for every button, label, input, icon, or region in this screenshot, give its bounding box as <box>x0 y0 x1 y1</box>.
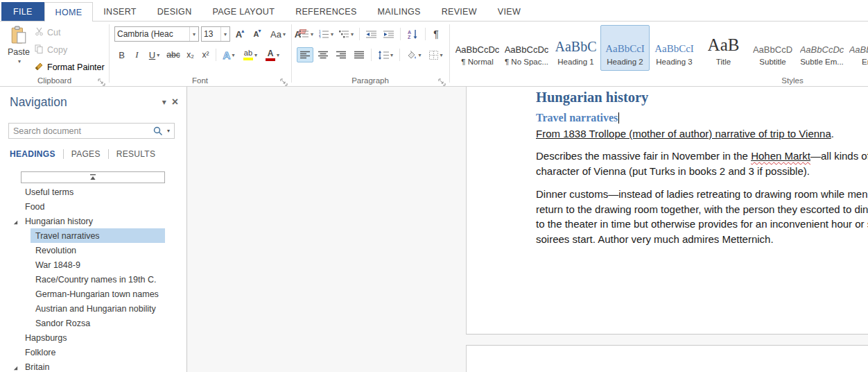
underline-button[interactable]: U▾ <box>145 47 164 62</box>
nav-heading-britain[interactable]: Britain <box>0 360 187 372</box>
nav-heading-revolution[interactable]: Revolution <box>0 243 187 257</box>
pane-options-arrow-icon[interactable]: ▾ <box>158 97 171 107</box>
intro-line[interactable]: From 1838 Trollope (mother of author) na… <box>536 128 868 140</box>
tab-view[interactable]: VIEW <box>487 2 531 21</box>
jump-to-top-button[interactable] <box>21 171 165 183</box>
tab-file[interactable]: FILE <box>1 2 44 21</box>
tab-mailings[interactable]: MAILINGS <box>367 2 431 21</box>
paragraph-2[interactable]: Dinner customs—instead of ladies retreat… <box>536 187 868 246</box>
tab-references[interactable]: REFERENCES <box>285 2 367 21</box>
style-subtitle[interactable]: AaBbCcDSubtitle <box>748 25 797 71</box>
bullets-button[interactable]: ▾ <box>297 26 315 42</box>
nav-heading-sandor-rozsa[interactable]: Sandor Rozsa <box>0 316 187 330</box>
shrink-font-button[interactable]: A▾ <box>250 26 265 42</box>
separator <box>359 28 360 40</box>
text-effects-button[interactable]: A▾ <box>219 47 238 62</box>
style-heading-1[interactable]: AaBbCHeading 1 <box>551 25 600 71</box>
style-heading-2[interactable]: AaBbCcIHeading 2 <box>600 25 650 71</box>
font-color-button[interactable]: A ▾ <box>262 47 283 62</box>
navigation-pane-title: Navigation <box>10 95 158 110</box>
cut-button[interactable]: Cut <box>35 26 105 40</box>
align-left-button[interactable] <box>297 47 313 62</box>
search-icon[interactable] <box>150 126 166 136</box>
change-case-button[interactable]: Aa▾ <box>267 26 289 42</box>
style-no-spac[interactable]: AaBbCcDc¶ No Spac... <box>502 25 551 71</box>
nav-heading-race-country-names-in-19th-c-[interactable]: Race/Country names in 19th C. <box>0 272 187 287</box>
nav-heading-label: Hapsburgs <box>25 333 67 343</box>
bold-button[interactable]: B <box>114 47 129 62</box>
increase-indent-button[interactable] <box>381 26 397 42</box>
separator <box>399 49 400 61</box>
search-input[interactable] <box>9 126 150 136</box>
nav-heading-war-1848-9[interactable]: War 1848-9 <box>0 257 187 272</box>
search-dropdown-arrow[interactable]: ▾ <box>166 128 174 134</box>
font-name-dropdown-arrow[interactable]: ▾ <box>189 27 198 41</box>
copy-button[interactable]: Copy <box>35 43 105 57</box>
nav-heading-useful-terms[interactable]: Useful terms <box>0 185 187 199</box>
justify-icon <box>354 51 364 59</box>
nav-heading-folklore[interactable]: Folklore <box>0 345 187 360</box>
show-paragraph-marks-button[interactable]: ¶ <box>429 26 443 42</box>
line-spacing-button[interactable]: ▾ <box>375 47 396 62</box>
italic-button[interactable]: I <box>130 47 144 62</box>
justify-button[interactable] <box>351 47 367 62</box>
nav-heading-travel-narratives[interactable]: Travel narratives <box>0 228 187 243</box>
paste-dropdown-arrow[interactable]: ▾ <box>18 58 21 65</box>
document-content[interactable]: Hungarian history Travel narratives From… <box>536 90 868 255</box>
document-page-1[interactable]: Hungarian history Travel narratives From… <box>466 87 868 335</box>
tab-design[interactable]: DESIGN <box>147 2 202 21</box>
nav-heading-austrian-and-hungarian-nobility[interactable]: Austrian and Hungarian nobility <box>0 301 187 316</box>
font-size-dropdown-arrow[interactable]: ▾ <box>220 27 229 41</box>
font-dialog-launcher[interactable] <box>280 76 288 85</box>
document-heading-2[interactable]: Travel narratives <box>536 112 868 124</box>
font-size-combo[interactable]: 13 ▾ <box>201 26 230 42</box>
close-pane-icon[interactable]: × <box>171 96 180 108</box>
tab-insert[interactable]: INSERT <box>93 2 146 21</box>
nav-heading-food[interactable]: Food <box>0 199 187 214</box>
borders-button[interactable]: ▾ <box>426 47 446 62</box>
tab-review[interactable]: REVIEW <box>431 2 487 21</box>
decrease-indent-button[interactable] <box>363 26 379 42</box>
style-heading-3[interactable]: AaBbCcIHeading 3 <box>650 25 699 71</box>
numbering-button[interactable]: 123 ▾ <box>317 26 336 42</box>
highlight-button[interactable]: ab ▾ <box>239 47 261 62</box>
shading-button[interactable]: ▾ <box>403 47 424 62</box>
font-name-combo[interactable]: Cambria (Heac ▾ <box>114 26 199 42</box>
nav-heading-hungarian-history[interactable]: Hungarian history <box>0 214 187 228</box>
tab-home[interactable]: HOME <box>44 2 94 22</box>
style-normal[interactable]: AaBbCcDc¶ Normal <box>453 25 502 71</box>
style-em[interactable]: AaBbCcDcEm... <box>847 25 868 71</box>
collapse-triangle-icon[interactable] <box>12 364 19 372</box>
style-title[interactable]: AaBTitle <box>699 25 748 71</box>
align-right-button[interactable] <box>333 47 349 62</box>
decrease-indent-icon <box>366 31 377 38</box>
style-subtle-em[interactable]: AaBbCcDcSubtle Em... <box>797 25 847 71</box>
nav-heading-label: German-Hungarian town names <box>35 289 159 299</box>
nav-heading-hapsburgs[interactable]: Hapsburgs <box>0 330 187 345</box>
nav-tab-results[interactable]: RESULTS <box>116 149 156 159</box>
tab-page-layout[interactable]: PAGE LAYOUT <box>202 2 285 21</box>
paragraph-1[interactable]: Describes the massive fair in November i… <box>536 149 868 178</box>
paste-button[interactable]: Paste ▾ <box>6 26 32 76</box>
nav-tab-headings[interactable]: HEADINGS <box>10 149 55 159</box>
nav-heading-label: Travel narratives <box>35 231 100 241</box>
grow-font-button[interactable]: A▴ <box>232 26 248 42</box>
search-box[interactable]: ▾ <box>8 123 175 139</box>
body-text-line: Dinner customs—instead of ladies retreat… <box>536 187 868 202</box>
nav-tab-pages[interactable]: PAGES <box>71 149 101 159</box>
align-center-button[interactable] <box>315 47 331 62</box>
multilevel-list-button[interactable]: ▾ <box>337 26 356 42</box>
document-page-2[interactable] <box>466 345 868 372</box>
nav-heading-german-hungarian-town-names[interactable]: German-Hungarian town names <box>0 287 187 301</box>
sort-button[interactable]: A Z <box>404 26 422 42</box>
collapse-triangle-icon[interactable] <box>12 218 19 228</box>
strikethrough-button[interactable]: abc <box>164 47 182 62</box>
document-heading-1[interactable]: Hungarian history <box>536 90 868 105</box>
format-painter-button[interactable]: Format Painter <box>35 60 105 74</box>
clipboard-dialog-launcher[interactable] <box>98 76 106 85</box>
subscript-button[interactable]: x₂ <box>183 47 198 62</box>
format-painter-icon <box>35 62 44 73</box>
paragraph-dialog-launcher[interactable] <box>438 76 446 85</box>
superscript-button[interactable]: x² <box>198 47 213 62</box>
cut-icon <box>35 27 44 38</box>
